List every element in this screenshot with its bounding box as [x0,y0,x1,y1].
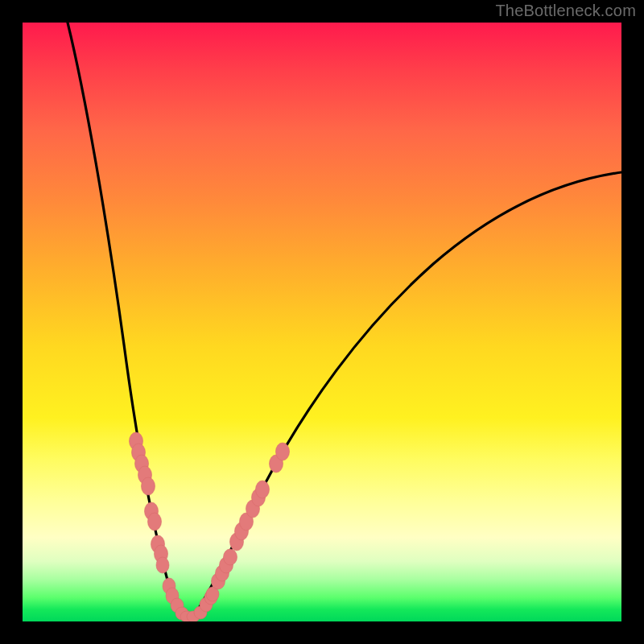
chart-frame: TheBottleneck.com [0,0,644,644]
curve-right-branch [190,172,621,621]
marker [142,477,155,495]
marker [224,549,237,565]
marker [148,513,162,530]
marker [156,557,169,573]
marker-group [130,432,290,621]
curve-layer [23,23,621,621]
marker [276,443,290,460]
watermark-label: TheBottleneck.com [495,2,636,20]
curve-left-branch [68,23,185,621]
plot-area [23,23,621,621]
marker [256,481,270,498]
